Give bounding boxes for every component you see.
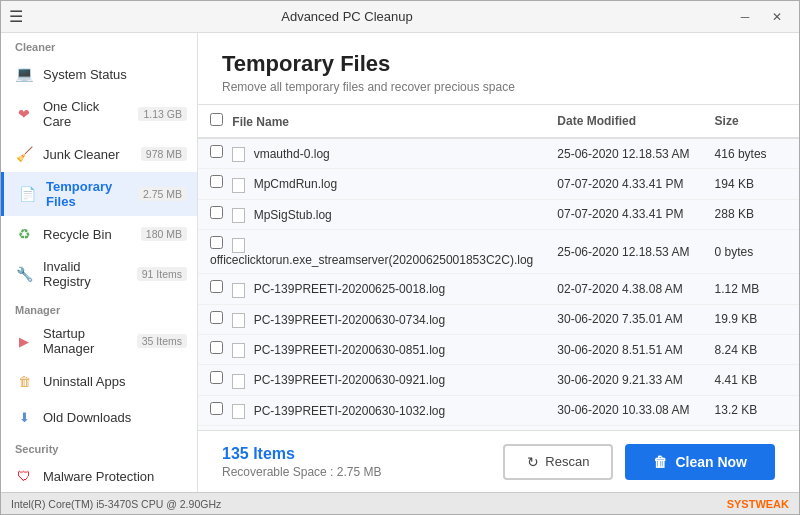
close-button[interactable]: ✕ (763, 7, 791, 27)
file-date-cell: 25-06-2020 12.18.53 AM (545, 229, 702, 273)
file-size-cell: 4.41 KB (703, 365, 799, 395)
file-doc-icon (232, 238, 245, 253)
file-date-cell: 07-07-2020 4.33.41 PM (545, 199, 702, 229)
sidebar-item-system-status[interactable]: 💻 System Status (1, 56, 197, 92)
sidebar-label-system-status: System Status (43, 67, 187, 82)
computer-icon: 💻 (13, 63, 35, 85)
footer-info: 135 Items Recoverable Space : 2.75 MB (222, 445, 381, 479)
table-row: MpCmdRun.log 07-07-2020 4.33.41 PM 194 K… (198, 169, 799, 199)
table-row: PC-139PREETI-20200630-0734.log 30-06-202… (198, 304, 799, 334)
recycle-bin-badge: 180 MB (141, 227, 187, 241)
sidebar-label-invalid-registry: Invalid Registry (43, 259, 129, 289)
sidebar: Cleaner 💻 System Status ❤ One Click Care… (1, 33, 198, 492)
cleaner-section-label: Cleaner (1, 33, 197, 56)
table-row: PC-139PREETI-20200630-0851.log 30-06-202… (198, 334, 799, 364)
rescan-button[interactable]: ↻ Rescan (503, 444, 613, 480)
file-doc-icon (232, 178, 245, 193)
app-window: ☰ Advanced PC Cleanup ─ ✕ Cleaner 💻 Syst… (0, 0, 800, 515)
sidebar-item-recycle-bin[interactable]: ♻ Recycle Bin 180 MB (1, 216, 197, 252)
broom-icon: 🧹 (13, 143, 35, 165)
sidebar-item-one-click-care[interactable]: ❤ One Click Care 1.13 GB (1, 92, 197, 136)
file-date-cell: 30-06-2020 9.21.33 AM (545, 365, 702, 395)
brand-part1: SYS (727, 498, 749, 510)
temporary-files-badge: 2.75 MB (138, 187, 187, 201)
file-size-cell: 0 bytes (703, 229, 799, 273)
table-row: PC-139PREETI-20200630-1032.log 30-06-202… (198, 395, 799, 425)
file-table: File Name Date Modified Size vmauthd-0.l… (198, 105, 799, 430)
row-checkbox-8[interactable] (210, 402, 223, 415)
file-name-cell: PC-139PREETI-20200630-0734.log (198, 304, 545, 334)
row-checkbox-6[interactable] (210, 341, 223, 354)
row-checkbox-2[interactable] (210, 206, 223, 219)
file-size-cell: 13.2 KB (703, 395, 799, 425)
main-area: Cleaner 💻 System Status ❤ One Click Care… (1, 33, 799, 492)
file-size-cell: 194 KB (703, 169, 799, 199)
row-checkbox-0[interactable] (210, 145, 223, 158)
junk-cleaner-badge: 978 MB (141, 147, 187, 161)
file-date-cell: 30-06-2020 10.33.08 AM (545, 395, 702, 425)
sidebar-label-junk-cleaner: Junk Cleaner (43, 147, 133, 162)
recoverable-space: Recoverable Space : 2.75 MB (222, 465, 381, 479)
content-header: Temporary Files Remove all temporary fil… (198, 33, 799, 105)
file-size-cell: 19.9 KB (703, 304, 799, 334)
items-count: 135 Items (222, 445, 381, 463)
file-date-cell: 02-07-2020 4.38.08 AM (545, 274, 702, 304)
rescan-icon: ↻ (527, 454, 539, 470)
page-title: Temporary Files (222, 51, 775, 77)
file-doc-icon (232, 208, 245, 223)
file-name: PC-139PREETI-20200630-0851.log (254, 343, 445, 357)
col-header-date: Date Modified (545, 105, 702, 138)
row-checkbox-1[interactable] (210, 175, 223, 188)
sidebar-label-recycle-bin: Recycle Bin (43, 227, 133, 242)
download-icon: ⬇ (13, 406, 35, 428)
file-size-cell: 1.12 MB (703, 274, 799, 304)
file-name: officeclicktorun.exe_streamserver(202006… (210, 253, 533, 267)
recycle-icon: ♻ (13, 223, 35, 245)
col-header-name: File Name (198, 105, 545, 138)
sidebar-item-uninstall-apps[interactable]: 🗑 Uninstall Apps (1, 363, 197, 399)
file-name: PC-139PREETI-20200625-0018.log (254, 282, 445, 296)
sidebar-label-one-click-care: One Click Care (43, 99, 130, 129)
row-checkbox-4[interactable] (210, 280, 223, 293)
row-checkbox-3[interactable] (210, 236, 223, 249)
file-name-cell: PC-139PREETI-20200630-1032.log (198, 395, 545, 425)
file-name: MpSigStub.log (254, 208, 332, 222)
file-name-cell: PC-139PREETI-20200625-0018.log (198, 274, 545, 304)
sidebar-item-junk-cleaner[interactable]: 🧹 Junk Cleaner 978 MB (1, 136, 197, 172)
file-date-cell: 07-07-2020 4.33.41 PM (545, 169, 702, 199)
file-size-cell: 416 bytes (703, 138, 799, 169)
file-date-cell: 25-06-2020 12.18.53 AM (545, 138, 702, 169)
title-bar: ☰ Advanced PC Cleanup ─ ✕ (1, 1, 799, 33)
content-footer: 135 Items Recoverable Space : 2.75 MB ↻ … (198, 430, 799, 492)
select-all-checkbox[interactable] (210, 113, 223, 126)
sidebar-label-temporary-files: Temporary Files (46, 179, 130, 209)
clean-now-button[interactable]: 🗑 Clean Now (625, 444, 775, 480)
brand-logo: SYSTWEAK (727, 498, 789, 510)
sidebar-item-temporary-files[interactable]: 📄 Temporary Files 2.75 MB (1, 172, 197, 216)
startup-manager-badge: 35 Items (137, 334, 187, 348)
minimize-button[interactable]: ─ (731, 7, 759, 27)
file-table-container[interactable]: File Name Date Modified Size vmauthd-0.l… (198, 105, 799, 430)
cpu-info: Intel(R) Core(TM) i5-3470S CPU @ 2.90GHz (11, 498, 221, 510)
shield-icon: 🛡 (13, 465, 35, 487)
menu-icon[interactable]: ☰ (9, 7, 23, 26)
file-name-cell: PC-139PREETI-20200630-0851.log (198, 334, 545, 364)
title-bar-left: ☰ (9, 7, 23, 26)
row-checkbox-5[interactable] (210, 311, 223, 324)
file-name: MpCmdRun.log (254, 177, 337, 191)
table-row: MpSigStub.log 07-07-2020 4.33.41 PM 288 … (198, 199, 799, 229)
row-checkbox-7[interactable] (210, 371, 223, 384)
sidebar-item-startup-manager[interactable]: ▶ Startup Manager 35 Items (1, 319, 197, 363)
file-doc-icon (232, 404, 245, 419)
content-area: Temporary Files Remove all temporary fil… (198, 33, 799, 492)
sidebar-item-invalid-registry[interactable]: 🔧 Invalid Registry 91 Items (1, 252, 197, 296)
file-name-cell: PC-139PREETI-20200630-0921.log (198, 365, 545, 395)
one-click-care-badge: 1.13 GB (138, 107, 187, 121)
security-section-label: Security (1, 435, 197, 458)
sidebar-item-malware-protection[interactable]: 🛡 Malware Protection (1, 458, 197, 492)
brand-part2: TWEAK (749, 498, 789, 510)
col-header-size: Size (703, 105, 799, 138)
file-date-cell: 30-06-2020 8.51.51 AM (545, 334, 702, 364)
sidebar-item-old-downloads[interactable]: ⬇ Old Downloads (1, 399, 197, 435)
sidebar-label-uninstall-apps: Uninstall Apps (43, 374, 187, 389)
